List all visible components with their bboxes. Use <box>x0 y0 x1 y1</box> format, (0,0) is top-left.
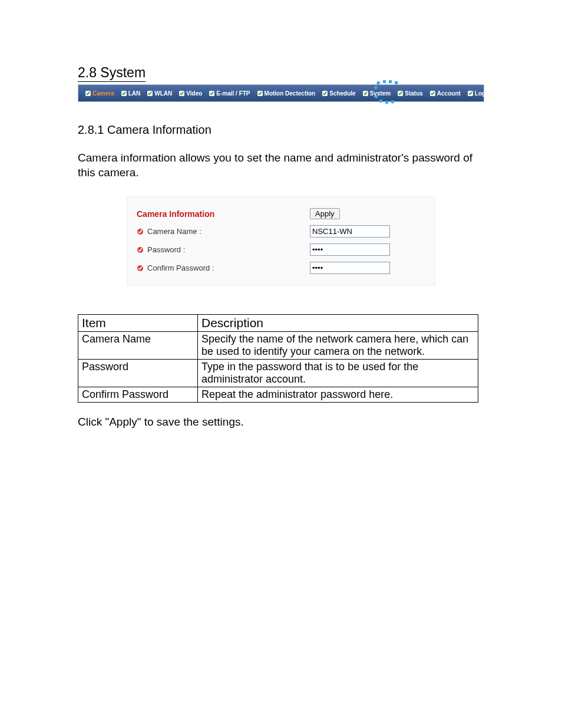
table-cell-description: Type in the password that is to be used … <box>198 360 478 387</box>
apply-button[interactable]: Apply <box>310 208 340 219</box>
settings-navbar: Camera LAN WLAN Video E-mail / FTP <box>78 84 484 102</box>
camera-name-label: Camera Name : <box>147 227 201 236</box>
svg-rect-14 <box>394 81 398 84</box>
camera-info-panel: Camera Information Apply Camera Name : <box>127 196 435 286</box>
footer-note: Click "Apply" to save the settings. <box>78 416 484 429</box>
svg-rect-12 <box>383 80 386 83</box>
section-heading: 2.8 System <box>78 65 146 82</box>
check-icon <box>85 91 91 96</box>
svg-rect-19 <box>391 100 394 104</box>
table-row: Confirm Password Repeat the administrato… <box>78 387 478 403</box>
confirm-password-input[interactable] <box>310 262 390 274</box>
table-cell-description: Specify the name of the network camera h… <box>198 332 478 360</box>
check-icon <box>147 91 153 96</box>
table-cell-description: Repeat the administrator password here. <box>198 387 478 403</box>
check-icon <box>322 91 328 96</box>
nav-wlan[interactable]: WLAN <box>144 90 176 97</box>
svg-rect-18 <box>385 101 388 104</box>
password-input[interactable] <box>310 243 390 256</box>
bullet-icon <box>137 228 144 235</box>
nav-camera[interactable]: Camera <box>82 90 118 97</box>
nav-log[interactable]: Log <box>464 90 489 97</box>
table-cell-item: Password <box>78 360 198 387</box>
check-icon <box>398 91 403 96</box>
table-row: Camera Name Specify the name of the netw… <box>78 332 478 360</box>
subsection-heading: 2.8.1 Camera Information <box>78 123 484 137</box>
description-table: Item Description Camera Name Specify the… <box>78 314 478 403</box>
table-cell-item: Confirm Password <box>78 387 198 403</box>
password-label: Password : <box>147 245 185 254</box>
nav-label: System <box>370 90 391 97</box>
check-icon <box>468 91 473 96</box>
nav-label: Motion Dectection <box>265 90 316 97</box>
intro-paragraph: Camera information allows you to set the… <box>78 151 484 180</box>
nav-label: Video <box>186 90 202 97</box>
table-cell-item: Camera Name <box>78 332 198 360</box>
camera-name-input[interactable] <box>310 225 390 238</box>
nav-video[interactable]: Video <box>176 90 206 97</box>
nav-label: Camera <box>92 90 114 97</box>
bullet-icon <box>137 265 144 272</box>
nav-label: WLAN <box>154 90 172 97</box>
bullet-icon <box>137 246 144 253</box>
table-header-item: Item <box>78 315 198 332</box>
nav-label: E-mail / FTP <box>216 90 250 97</box>
nav-label: LAN <box>128 90 141 97</box>
confirm-password-label: Confirm Password : <box>147 263 214 272</box>
table-header-description: Description <box>198 315 478 332</box>
svg-rect-15 <box>373 85 378 90</box>
check-icon <box>257 91 263 96</box>
check-icon <box>121 91 127 96</box>
nav-label: Status <box>405 90 423 97</box>
nav-account[interactable]: Account <box>427 90 464 97</box>
nav-motion-detection[interactable]: Motion Dectection <box>254 90 319 97</box>
svg-rect-17 <box>379 99 382 103</box>
check-icon <box>430 91 435 96</box>
svg-rect-13 <box>389 80 392 83</box>
table-row: Password Type in the password that is to… <box>78 360 478 387</box>
check-icon <box>363 91 368 96</box>
check-icon <box>209 91 214 96</box>
nav-schedule[interactable]: Schedule <box>319 90 359 97</box>
nav-label: Account <box>437 90 461 97</box>
nav-email-ftp[interactable]: E-mail / FTP <box>206 90 253 97</box>
svg-rect-11 <box>376 81 380 84</box>
panel-title: Camera Information <box>137 205 310 222</box>
nav-status[interactable]: Status <box>394 90 427 97</box>
nav-lan[interactable]: LAN <box>118 90 144 97</box>
check-icon <box>179 91 184 96</box>
nav-label: Schedule <box>329 90 355 97</box>
nav-system[interactable]: System <box>359 90 395 97</box>
nav-label: Log <box>475 90 485 97</box>
